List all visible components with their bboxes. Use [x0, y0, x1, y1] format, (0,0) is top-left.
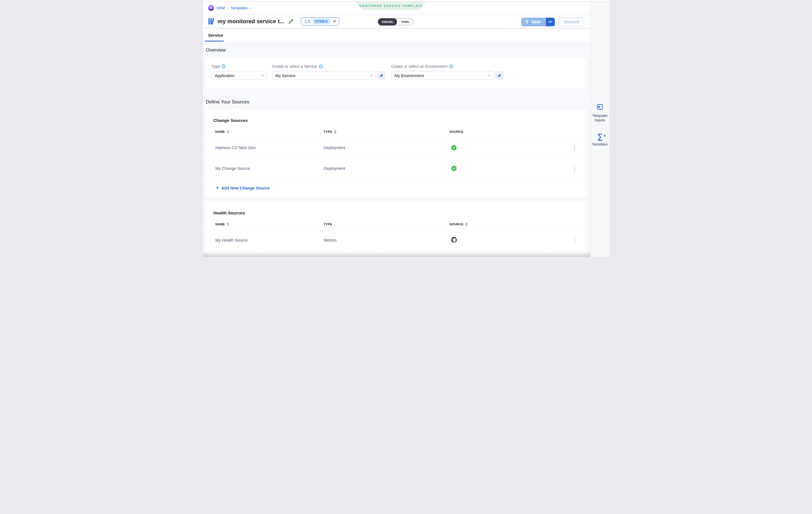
- info-icon[interactable]: [319, 64, 323, 68]
- type-value: Application: [215, 73, 261, 78]
- change-source-name: My Change Source: [215, 166, 324, 171]
- chevron-down-icon: [488, 74, 491, 77]
- toggle-visual-option[interactable]: VISUAL: [378, 18, 397, 26]
- service-dropdown[interactable]: My Service: [272, 71, 376, 80]
- column-header-type[interactable]: TYPE: [324, 222, 450, 226]
- change-sources-heading: Change Sources: [213, 118, 587, 123]
- visual-yaml-toggle: VISUAL YAML: [378, 18, 413, 25]
- upload-icon: [525, 20, 529, 24]
- template-inputs-button[interactable]: Template Inputs: [591, 103, 609, 122]
- content-area: Overview Type Application: [203, 41, 590, 257]
- chevron-down-icon: [370, 74, 373, 77]
- breadcrumb-separator: ›: [250, 6, 251, 10]
- add-new-change-source-button[interactable]: + Add New Change Source: [216, 185, 270, 190]
- column-header-source[interactable]: SOURCE: [450, 222, 567, 226]
- pin-service-button[interactable]: [377, 71, 385, 80]
- title-bar: my monitored service t... 1.0 STABLE VIS…: [203, 14, 590, 29]
- overview-form: Type Application: [211, 64, 587, 80]
- save-button[interactable]: Save: [521, 18, 546, 26]
- save-split-button: Save: [521, 18, 555, 26]
- change-source-type: Deployment: [324, 146, 450, 150]
- column-header-type[interactable]: TYPE: [324, 130, 450, 133]
- appdynamics-icon: [450, 237, 567, 243]
- add-change-source-row: + Add New Change Source: [205, 179, 587, 198]
- health-source-type: Metrics: [324, 238, 450, 242]
- define-sources-heading: Define Your Sources: [206, 99, 590, 105]
- breadcrumb-srm-link[interactable]: SRM: [216, 6, 225, 10]
- top-divider: [203, 1, 609, 2]
- health-sources-heading: Health Sources: [213, 210, 587, 215]
- environment-dropdown[interactable]: My Environment: [391, 71, 494, 80]
- harness-cd-hexagon-icon: ∞: [450, 145, 567, 151]
- row-options-menu-button[interactable]: [571, 236, 578, 244]
- column-header-name[interactable]: NAME: [215, 222, 324, 226]
- health-source-name: My Health Source: [215, 238, 324, 242]
- sort-icon: [227, 130, 229, 133]
- discard-button[interactable]: Discard: [559, 18, 584, 26]
- save-button-label: Save: [531, 20, 541, 24]
- overview-heading: Overview: [206, 48, 590, 53]
- sort-icon: [334, 130, 337, 133]
- change-source-name: Harness CD Next Gen: [215, 146, 324, 150]
- sort-icon: [465, 222, 468, 226]
- type-label: Type: [211, 64, 220, 69]
- main-column: SRM › Templates › MONITORED SERVICE TEMP…: [203, 2, 590, 257]
- template-library-icon: [208, 18, 215, 25]
- save-options-caret-button[interactable]: [546, 18, 555, 26]
- row-options-menu-button[interactable]: [571, 164, 578, 172]
- chevron-down-icon: [333, 20, 336, 23]
- health-source-row[interactable]: My Health Source Metrics: [205, 230, 587, 250]
- header-actions: Save Discard: [521, 18, 584, 26]
- column-header-source[interactable]: SOURCE: [450, 130, 567, 133]
- health-sources-table-header: NAME TYPE SOURCE: [205, 222, 587, 230]
- chevron-down-icon: [261, 74, 264, 77]
- right-rail: Template Inputs ∑× Variables: [590, 2, 609, 257]
- pin-environment-button[interactable]: [495, 71, 503, 80]
- srm-module-icon: [208, 5, 214, 11]
- monitored-service-template-page: Template Inputs ∑× Variables: [203, 0, 609, 257]
- change-sources-card: Change Sources NAME TYPE SOURCE: [205, 109, 587, 198]
- plus-icon: +: [216, 185, 219, 190]
- type-dropdown[interactable]: Application: [211, 71, 267, 80]
- info-icon[interactable]: [449, 64, 453, 68]
- tab-service[interactable]: Service: [208, 29, 223, 41]
- environment-field: Create or select an Environment My Envir…: [391, 64, 503, 80]
- environment-value: My Environment: [395, 73, 488, 78]
- sort-icon: [227, 222, 229, 226]
- template-type-badge: MONITORED SERVICE TEMPLATE: [356, 2, 426, 10]
- edit-title-button[interactable]: [288, 19, 294, 24]
- breadcrumb-separator: ›: [227, 6, 229, 10]
- version-stable-chip: STABLE: [313, 19, 330, 24]
- environment-label: Create or select an Environment: [391, 64, 447, 69]
- overview-card: Type Application: [205, 58, 587, 89]
- template-inputs-label: Template Inputs: [591, 114, 609, 122]
- sigma-x-icon: ∑×: [597, 133, 603, 141]
- variables-button[interactable]: ∑× Variables: [591, 133, 609, 147]
- change-source-type: Deployment: [324, 166, 450, 171]
- variables-label: Variables: [591, 142, 609, 147]
- tab-bar: Service: [203, 29, 590, 41]
- breadcrumb-templates-link[interactable]: Templates: [230, 6, 248, 10]
- version-number: 1.0: [304, 19, 310, 24]
- toggle-yaml-option[interactable]: YAML: [397, 19, 413, 25]
- page-title: my monitored service t...: [218, 18, 284, 25]
- service-label: Create or select a Service: [272, 64, 317, 69]
- version-selector[interactable]: 1.0 STABLE: [301, 18, 339, 26]
- health-sources-card: Health Sources NAME TYPE SOURCE: [205, 201, 587, 257]
- service-field: Create or select a Service My Service: [272, 64, 385, 80]
- row-options-menu-button[interactable]: [571, 144, 578, 152]
- template-inputs-icon: [596, 103, 604, 111]
- bottom-scroll-shadow: [203, 251, 590, 257]
- type-field: Type Application: [211, 64, 267, 80]
- change-source-row[interactable]: My Change Source Deployment ∞: [205, 158, 587, 179]
- template-type-badge-label: MONITORED SERVICE TEMPLATE: [359, 4, 423, 7]
- info-icon[interactable]: [222, 64, 226, 68]
- change-sources-table-header: NAME TYPE SOURCE: [205, 130, 587, 137]
- service-value: My Service: [276, 73, 370, 78]
- harness-cd-hexagon-icon: ∞: [450, 165, 567, 172]
- change-source-row[interactable]: Harness CD Next Gen Deployment ∞: [205, 137, 587, 158]
- column-header-name[interactable]: NAME: [215, 130, 324, 133]
